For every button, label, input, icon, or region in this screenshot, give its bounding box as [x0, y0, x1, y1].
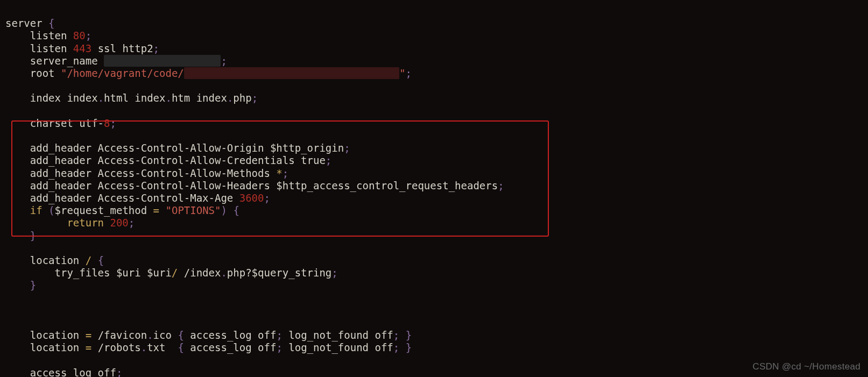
nginx-config-code: server { listen 80; listen 443 ssl http2…: [0, 0, 868, 377]
directive-charset: charset: [30, 117, 73, 129]
directive-add-header: add_header: [30, 142, 91, 154]
port-443: 443: [73, 42, 91, 54]
keyword-if: if: [30, 204, 43, 216]
string-options: "OPTIONS": [166, 204, 221, 216]
directive-location: location: [30, 254, 80, 266]
path-favicon: /favicon: [98, 329, 147, 341]
header-allow-methods: Access-Control-Allow-Methods: [98, 167, 277, 179]
header-allow-headers: Access-Control-Allow-Headers $http_acces…: [98, 180, 498, 191]
keyword-server: server: [5, 17, 43, 29]
directive-index: index: [30, 92, 61, 104]
directive-server-name: server_name: [30, 55, 98, 67]
header-allow-credentials: Access-Control-Allow-Credentials true: [98, 154, 326, 166]
header-allow-origin: Access-Control-Allow-Origin $http_origin: [98, 142, 344, 154]
directive-try-files: try_files $uri $uri: [55, 267, 172, 279]
path-robots: /robots: [98, 342, 141, 353]
brace-open: {: [48, 17, 54, 29]
header-max-age: Access-Control-Max-Age: [98, 192, 239, 204]
redacted-server-name: [104, 55, 221, 67]
port-80: 80: [73, 30, 86, 41]
directive-root: root: [30, 67, 55, 79]
root-path: "/home/vagrant/code/: [61, 67, 184, 79]
var-request-method: $request_method: [55, 204, 147, 216]
keyword-return: return: [67, 217, 104, 229]
directive-listen: listen: [30, 30, 67, 41]
status-200: 200: [110, 217, 128, 229]
brace-close: }: [30, 230, 36, 241]
watermark: CSDN @cd ~/Homestead: [753, 361, 860, 372]
redacted-root-path: [184, 67, 399, 79]
directive-access-log: access_log: [30, 367, 91, 377]
wildcard: *: [276, 167, 282, 179]
